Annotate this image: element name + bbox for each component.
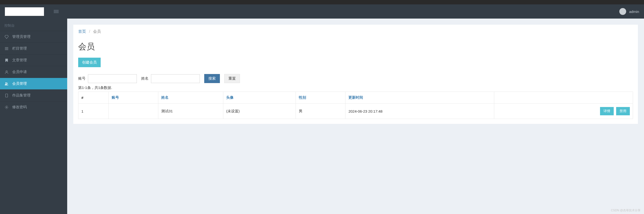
topbar: admin — [0, 4, 644, 18]
sidebar-item-label: 作品集管理 — [12, 93, 30, 98]
sidebar-item-label: 文章管理 — [12, 58, 27, 62]
page-title: 会员 — [78, 41, 633, 52]
logo-area — [5, 7, 59, 16]
breadcrumb: 首页 / 会员 — [73, 25, 638, 38]
reset-button[interactable]: 重置 — [224, 74, 240, 83]
account-label: 账号 — [78, 76, 86, 81]
diamond-icon — [4, 35, 9, 39]
cell-actions: 详情 禁用 — [494, 104, 633, 119]
list-icon — [4, 46, 9, 51]
sidebar-item-member-apply[interactable]: 会员申请 — [0, 66, 67, 78]
col-actions — [494, 92, 633, 104]
col-account[interactable]: 账号 — [112, 95, 119, 100]
col-name[interactable]: 姓名 — [161, 95, 168, 100]
search-button[interactable]: 搜索 — [204, 74, 220, 83]
watermark: CSDN @杰哥技术分享 — [611, 208, 640, 212]
table-header-row: # 账号 姓名 头像 性别 更新时间 — [78, 92, 633, 104]
name-input[interactable] — [151, 74, 200, 83]
cell-avatar: (未设置) — [223, 104, 296, 119]
table-row: 1 测试01 (未设置) 男 2024-06-23 20:17:48 详情 禁用 — [78, 104, 633, 119]
sidebar-item-password[interactable]: 修改密码 — [0, 101, 67, 113]
svg-point-5 — [7, 82, 8, 84]
sidebar-item-columns[interactable]: 栏目管理 — [0, 42, 67, 54]
sidebar-item-articles[interactable]: 文章管理 — [0, 54, 67, 66]
sidebar-item-label: 修改密码 — [12, 105, 27, 110]
sidebar-item-portfolio[interactable]: 作品集管理 — [0, 90, 67, 101]
breadcrumb-separator: / — [87, 29, 92, 34]
detail-button[interactable]: 详情 — [600, 107, 614, 115]
sidebar: 控制台 管理员管理 栏目管理 文章管理 会员申请 会员管理 作品集管理 — [0, 18, 67, 214]
svg-point-3 — [6, 70, 7, 72]
logo[interactable] — [5, 7, 44, 16]
svg-rect-6 — [6, 94, 8, 97]
sidebar-heading: 控制台 — [0, 18, 67, 31]
bookmark-icon — [4, 58, 9, 62]
sidebar-item-label: 会员管理 — [12, 81, 27, 86]
sidebar-item-members[interactable]: 会员管理 — [0, 78, 67, 90]
cell-updated: 2024-06-23 20:17:48 — [346, 104, 494, 119]
account-input[interactable] — [88, 74, 137, 83]
avatar — [619, 8, 626, 15]
sidebar-item-admin[interactable]: 管理员管理 — [0, 31, 67, 42]
sidebar-item-label: 管理员管理 — [12, 34, 30, 39]
breadcrumb-home[interactable]: 首页 — [78, 29, 86, 34]
content: 首页 / 会员 会员 创建会员 账号 姓名 搜索 — [67, 18, 644, 214]
users-icon — [4, 82, 9, 86]
col-updated[interactable]: 更新时间 — [348, 95, 363, 100]
user-area[interactable]: admin — [619, 8, 639, 15]
gear-icon — [4, 105, 9, 110]
create-member-button[interactable]: 创建会员 — [78, 58, 101, 67]
breadcrumb-current: 会员 — [93, 29, 101, 34]
hamburger-icon[interactable] — [54, 10, 59, 13]
browser-top-bar — [0, 0, 644, 4]
svg-point-4 — [5, 82, 6, 84]
search-row: 账号 姓名 搜索 重置 — [78, 74, 633, 83]
cell-gender: 男 — [296, 104, 346, 119]
svg-point-8 — [6, 106, 7, 108]
members-table: # 账号 姓名 头像 性别 更新时间 1 测试0 — [78, 92, 633, 119]
sidebar-item-label: 会员申请 — [12, 70, 27, 74]
panel: 首页 / 会员 会员 创建会员 账号 姓名 搜索 — [73, 25, 638, 124]
username: admin — [629, 10, 639, 14]
sidebar-item-label: 栏目管理 — [12, 46, 27, 51]
col-avatar[interactable]: 头像 — [226, 95, 234, 100]
name-label: 姓名 — [141, 76, 148, 81]
cell-idx: 1 — [78, 104, 109, 119]
col-gender[interactable]: 性别 — [299, 95, 306, 100]
cell-account — [108, 104, 158, 119]
user-icon — [4, 70, 9, 74]
cell-name: 测试01 — [158, 104, 223, 119]
tablet-icon — [4, 93, 9, 98]
disable-button[interactable]: 禁用 — [616, 107, 630, 115]
col-idx: # — [78, 92, 109, 104]
table-summary: 第1-1条，共1条数据. — [78, 86, 633, 90]
